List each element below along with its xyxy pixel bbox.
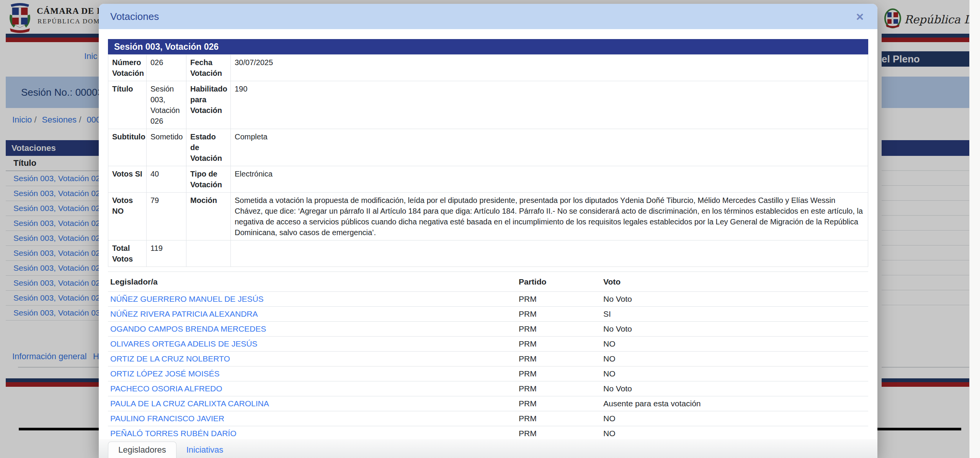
detail-label: Título	[108, 81, 147, 129]
legislator-link[interactable]: PACHECO OSORIA ALFREDO	[110, 384, 222, 393]
detail-value: Completa	[231, 129, 868, 166]
vote-cell: NO	[603, 426, 868, 441]
legislator-link[interactable]: OLIVARES ORTEGA ADELIS DE JESÚS	[110, 339, 257, 348]
table-row: ORTIZ DE LA CRUZ NOLBERTO PRM NO	[108, 352, 868, 366]
legislator-link[interactable]: ORTIZ DE LA CRUZ NOLBERTO	[110, 354, 230, 363]
legislator-link[interactable]: ORTIZ LÓPEZ JOSÉ MOISÉS	[110, 369, 220, 378]
detail-label: Votos NO	[108, 193, 147, 240]
party-cell: PRM	[519, 337, 603, 351]
details-row: Total Votos 119	[108, 240, 868, 267]
legislator-link[interactable]: PAULINO FRANCISCO JAVIER	[110, 414, 224, 423]
party-cell: PRM	[519, 352, 603, 366]
legislator-link[interactable]: OGANDO CAMPOS BRENDA MERCEDES	[110, 324, 266, 333]
detail-label: Tipo de Votación	[186, 166, 231, 193]
table-row: OLIVARES ORTEGA ADELIS DE JESÚS PRM NO	[108, 337, 868, 352]
column-header-legislador: Legislador/a	[108, 272, 519, 291]
detail-value: 190	[231, 81, 868, 129]
detail-label: Moción	[186, 193, 231, 240]
close-icon[interactable]: ×	[856, 10, 864, 23]
detail-value: 30/07/2025	[231, 55, 868, 81]
modal-header: Votaciones ×	[99, 4, 877, 29]
vote-cell: NO	[603, 337, 868, 351]
detail-value: Sometido	[147, 129, 186, 166]
legislators-rows: NÚÑEZ GUERRERO MANUEL DE JESÚS PRM No Vo…	[108, 292, 868, 441]
legislator-link[interactable]: NÚÑEZ GUERRERO MANUEL DE JESÚS	[110, 294, 264, 303]
details-row: Título Sesión 003, Votación 026 Habilita…	[108, 81, 868, 129]
detail-value: Electrónica	[231, 166, 868, 193]
vote-cell: SI	[603, 307, 868, 321]
party-cell: PRM	[519, 366, 603, 381]
scrollbar[interactable]	[969, 0, 980, 458]
column-header-partido: Partido	[519, 272, 603, 291]
table-row: PAULA DE LA CRUZ CARLIXTA CAROLINA PRM A…	[108, 396, 868, 411]
detail-value: 79	[147, 193, 186, 240]
detail-value: 40	[147, 166, 186, 193]
table-row: NÚÑEZ GUERRERO MANUEL DE JESÚS PRM No Vo…	[108, 292, 868, 307]
detail-value: Sesión 003, Votación 026	[147, 81, 186, 129]
vote-cell: NO	[603, 411, 868, 426]
table-row: PACHECO OSORIA ALFREDO PRM No Voto	[108, 381, 868, 396]
detail-label: Habilitado para Votación	[186, 81, 231, 129]
vote-cell: Ausente para esta votación	[603, 396, 868, 411]
detail-label	[186, 240, 231, 267]
details-row: Votos SI 40 Tipo de Votación Electrónica	[108, 166, 868, 193]
party-cell: PRM	[519, 426, 603, 441]
details-row: Votos NO 79 Moción Sometida a votación l…	[108, 193, 868, 240]
tab-legisladores[interactable]: Legisladores	[108, 442, 176, 458]
vote-cell: NO	[603, 366, 868, 381]
modal-body: Sesión 003, Votación 026 Número Votación…	[99, 29, 877, 458]
page: CÁMARA DE DIPUTADOS REPÚBLICA DOMINICANA…	[0, 0, 980, 458]
party-cell: PRM	[519, 381, 603, 396]
legislator-link[interactable]: PEÑALÓ TORRES RUBÉN DARÍO	[110, 429, 236, 438]
detail-value: 119	[147, 240, 186, 267]
detail-label: Subtitulo	[108, 129, 147, 166]
legislators-table: Legislador/a Partido Voto NÚÑEZ GUERRERO…	[108, 272, 868, 441]
legislators-header-row: Legislador/a Partido Voto	[108, 272, 868, 292]
table-row: NÚÑEZ RIVERA PATRICIA ALEXANDRA PRM SI	[108, 307, 868, 322]
party-cell: PRM	[519, 322, 603, 336]
legislator-link[interactable]: NÚÑEZ RIVERA PATRICIA ALEXANDRA	[110, 309, 258, 318]
modal-tab-strip: Legisladores Iniciativas	[99, 439, 877, 458]
detail-label: Total Votos	[108, 240, 147, 267]
vote-cell: No Voto	[603, 292, 868, 306]
legislator-link[interactable]: PAULA DE LA CRUZ CARLIXTA CAROLINA	[110, 399, 269, 408]
party-cell: PRM	[519, 411, 603, 426]
detail-value: 026	[147, 55, 186, 81]
party-cell: PRM	[519, 396, 603, 411]
details-row: Número Votación 026 Fecha Votación 30/07…	[108, 55, 868, 81]
votacion-details-table: Número Votación 026 Fecha Votación 30/07…	[108, 54, 868, 267]
table-row: ORTIZ LÓPEZ JOSÉ MOISÉS PRM NO	[108, 366, 868, 381]
vote-cell: NO	[603, 352, 868, 366]
votacion-section-header: Sesión 003, Votación 026	[108, 39, 868, 54]
detail-label: Fecha Votación	[186, 55, 231, 81]
vote-cell: No Voto	[603, 381, 868, 396]
detail-label: Votos SI	[108, 166, 147, 193]
table-row: OGANDO CAMPOS BRENDA MERCEDES PRM No Vot…	[108, 322, 868, 337]
detail-label: Número Votación	[108, 55, 147, 81]
details-row: Subtitulo Sometido Estado de Votación Co…	[108, 129, 868, 166]
party-cell: PRM	[519, 292, 603, 306]
party-cell: PRM	[519, 307, 603, 321]
votaciones-modal: Votaciones × Sesión 003, Votación 026 Nú…	[99, 4, 877, 458]
modal-title: Votaciones	[110, 11, 159, 23]
detail-label: Estado de Votación	[186, 129, 231, 166]
detail-value: Sometida a votación la propuesta de modi…	[231, 193, 868, 240]
table-row: PAULINO FRANCISCO JAVIER PRM NO	[108, 411, 868, 426]
vote-cell: No Voto	[603, 322, 868, 336]
detail-value	[231, 240, 868, 267]
column-header-voto: Voto	[603, 272, 868, 291]
tab-iniciativas[interactable]: Iniciativas	[176, 442, 234, 458]
